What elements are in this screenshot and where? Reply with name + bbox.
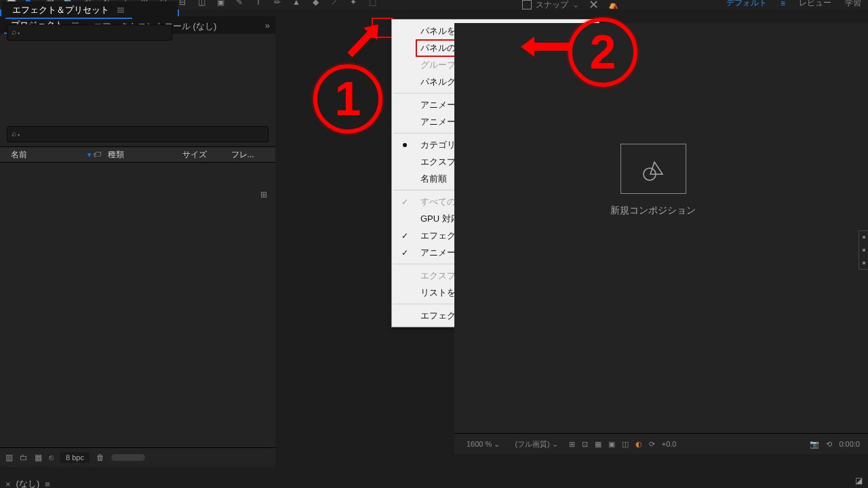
timeline-tab-label: (なし) xyxy=(16,478,40,488)
adjust-icon[interactable]: ⎋ xyxy=(49,453,54,462)
tab-effects-label: エフェクト＆プリセット xyxy=(12,4,109,16)
person-icon[interactable]: ⛺ xyxy=(608,0,618,9)
new-comp-icon[interactable]: ▦ xyxy=(35,453,42,462)
snap-toggle[interactable]: スナップ ⌄ ✕ ⛺ xyxy=(522,0,618,12)
eraser-tool-icon[interactable]: ◆ xyxy=(309,0,321,8)
interpret-footage-icon[interactable]: ▥ xyxy=(5,453,13,462)
flowchart-icon[interactable]: ⊞ xyxy=(260,190,267,199)
timeline-tab[interactable]: × (なし) ≡ xyxy=(5,478,50,488)
overflow-icon[interactable]: » xyxy=(265,20,270,30)
search-icon: ⌕⁠▾ xyxy=(12,129,21,138)
workspace-learn[interactable]: 学習 xyxy=(845,0,861,9)
col-type[interactable]: 種類 xyxy=(104,149,179,161)
check-icon: ✓ xyxy=(401,248,408,258)
panel-menu-icon[interactable] xyxy=(116,5,125,15)
tool-icon[interactable]: ⊟ xyxy=(176,0,189,8)
col-size[interactable]: サイズ xyxy=(178,149,226,161)
footer-icon[interactable]: ⊞ xyxy=(569,440,575,449)
pen-tool-icon[interactable]: ✎ xyxy=(233,0,245,8)
tag-icon: 🏷 xyxy=(93,150,101,159)
new-comp-from-fx-icon[interactable]: ◪ xyxy=(855,476,863,485)
col-name[interactable]: 名前 xyxy=(7,149,89,161)
text-tool-icon[interactable]: T xyxy=(252,0,264,8)
tab-effects-presets[interactable]: エフェクト＆プリセット xyxy=(5,1,132,19)
check-icon: ✓ xyxy=(401,231,408,241)
close-tab-icon[interactable]: × xyxy=(5,479,11,489)
sort-down-icon[interactable]: ▼ xyxy=(86,151,93,159)
workspace-default[interactable]: デフォルト xyxy=(726,0,767,9)
project-column-headers: 名前 ▼ 🏷 種類 サイズ フレ... xyxy=(0,146,275,163)
annotation-arrow-1 xyxy=(343,24,384,58)
new-composition-button[interactable]: 新規コンポジション xyxy=(610,205,696,217)
project-panel: プロジェクト エフェクトコントロール (なし) » ⌕⁠▾ 名前 ▼ 🏷 種類 … xyxy=(0,16,275,467)
search-icon: ⌕⁠▾ xyxy=(12,27,21,37)
snap-label: スナップ xyxy=(536,0,568,11)
annotation-box-1 xyxy=(372,18,393,38)
footer-icon[interactable]: ⊡ xyxy=(582,440,588,449)
delete-icon[interactable]: 🗑 xyxy=(96,453,104,462)
tool-icon[interactable]: ▣ xyxy=(214,0,226,8)
tool-icon[interactable]: ✦ xyxy=(347,0,359,8)
composition-panel: 新規コンポジション 新規 1600 % ⌄ (フル画質) ⌄ ⊞ ⊡ ▦ ▣ ◫… xyxy=(454,23,868,454)
resolution[interactable]: (フル画質) ⌄ xyxy=(511,438,561,451)
side-dock[interactable] xyxy=(859,230,868,270)
brush-tool-icon[interactable]: ✏ xyxy=(271,0,283,8)
annotation-number-1: 1 xyxy=(313,64,382,134)
footer-icon[interactable]: ▣ xyxy=(608,440,615,449)
tool-icon[interactable]: ⬚ xyxy=(366,0,378,8)
stamp-tool-icon[interactable]: ▲ xyxy=(290,0,302,8)
footer-icon[interactable]: ▦ xyxy=(595,440,601,449)
close-icon[interactable]: ✕ xyxy=(589,0,599,12)
project-search[interactable]: ⌕⁠▾ xyxy=(7,126,269,142)
footer-icon[interactable]: ⟳ xyxy=(649,440,655,449)
progress-bar xyxy=(111,454,145,461)
new-comp-icon[interactable] xyxy=(620,144,686,194)
zoom-level[interactable]: 1600 % ⌄ xyxy=(462,439,504,450)
workspace-menu-icon[interactable]: ≡ xyxy=(781,0,785,8)
exposure[interactable]: +0.0 xyxy=(662,440,677,448)
composition-footer: 1600 % ⌄ (フル画質) ⌄ ⊞ ⊡ ▦ ▣ ◫ ◐ ⟳ +0.0 📷 ⟲… xyxy=(454,433,868,454)
color-depth[interactable]: 8 bpc xyxy=(60,452,90,463)
checkbox-icon xyxy=(522,0,532,9)
workspace-review[interactable]: レビュー xyxy=(799,0,831,9)
tool-icon[interactable]: ⟋ xyxy=(328,0,340,8)
footer-icon[interactable]: ◐ xyxy=(635,440,642,449)
current-time[interactable]: 0:00:0 xyxy=(839,440,860,448)
camera-icon[interactable]: 📷 xyxy=(810,440,819,449)
tool-icon[interactable]: ◫ xyxy=(195,0,208,8)
check-icon: ✓ xyxy=(401,197,408,207)
project-search-input[interactable] xyxy=(7,127,271,138)
effects-search-input[interactable] xyxy=(7,25,174,37)
panel-menu-icon[interactable]: ≡ xyxy=(45,479,50,489)
footer-icon[interactable]: ⟲ xyxy=(826,440,832,449)
radio-dot-icon xyxy=(403,143,407,147)
col-framerate[interactable]: フレ... xyxy=(227,149,269,161)
effects-search[interactable]: ⌕⁠▾ xyxy=(7,24,172,41)
footer-icon[interactable]: ◫ xyxy=(622,440,629,449)
new-folder-icon[interactable]: 🗀 xyxy=(20,453,28,462)
